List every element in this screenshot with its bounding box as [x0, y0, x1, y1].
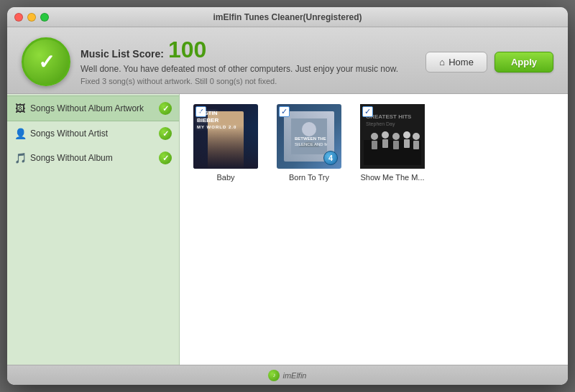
svg-rect-9 [372, 141, 377, 149]
footer-logo-icon: ♪ [268, 370, 280, 381]
close-button[interactable] [14, 13, 23, 22]
apply-button[interactable]: Apply [494, 52, 553, 73]
footer-logo-text: imElfin [282, 371, 306, 380]
sidebar-check-album: ✓ [159, 151, 172, 164]
svg-rect-15 [404, 139, 410, 148]
bieber-text: JUSTINBIEBERMY WORLD 2.0 [197, 110, 236, 131]
sidebar-item-songs-without-artwork[interactable]: 🖼 Songs Without Album Artwork ✓ [7, 95, 179, 121]
apply-button-label: Apply [511, 57, 537, 67]
sidebar-check-artwork: ✓ [159, 102, 172, 115]
sidebar-label-album: Songs Without Album [30, 153, 155, 163]
header-buttons: ⌂ Home Apply [426, 52, 553, 73]
score-value: 100 [168, 38, 206, 61]
album-cover-wrap-show: GREATEST HITS Stephen Day [360, 104, 425, 169]
home-button[interactable]: ⌂ Home [426, 52, 487, 73]
album-item-born-to-try: BETWEEN THE SILENCE AND ME ✓ 4 Born To T… [273, 104, 345, 182]
sidebar-check-artist: ✓ [159, 127, 172, 140]
artist-icon: 👤 [14, 128, 26, 139]
sidebar-item-songs-without-artist[interactable]: 👤 Songs Without Artist ✓ [7, 121, 179, 146]
sidebar-label-artwork: Songs Without Album Artwork [30, 103, 155, 113]
home-button-label: Home [448, 57, 474, 67]
sidebar-item-songs-without-album[interactable]: 🎵 Songs Without Album ✓ [7, 146, 179, 170]
maximize-button[interactable] [40, 13, 49, 22]
score-description: Well done. You have defeated most of oth… [80, 64, 415, 74]
svg-rect-17 [413, 141, 419, 149]
svg-point-10 [382, 131, 389, 139]
album-checkbox-show[interactable]: ✓ [362, 106, 373, 117]
svg-text:Stephen Day: Stephen Day [366, 121, 395, 127]
album-title-show: Show Me The M... [360, 173, 424, 182]
svg-rect-11 [382, 139, 388, 148]
content-area: JUSTINBIEBERMY WORLD 2.0 ✓ Baby [180, 94, 568, 365]
main-content: 🖼 Songs Without Album Artwork ✓ 👤 Songs … [7, 94, 568, 365]
titlebar: imElfin Tunes Cleaner(Unregistered) [7, 7, 568, 27]
album-title-baby: Baby [216, 173, 234, 182]
window-controls [14, 13, 49, 22]
album-title-born: Born To Try [289, 173, 329, 182]
minimize-button[interactable] [27, 13, 36, 22]
svg-point-14 [403, 131, 410, 139]
score-icon: ✓ [22, 37, 70, 86]
svg-point-8 [371, 133, 378, 140]
header-panel: ✓ Music List Score: 100 Well done. You h… [7, 27, 568, 94]
album-cover-wrap-born: BETWEEN THE SILENCE AND ME ✓ 4 [277, 104, 341, 169]
born-cover-svg: BETWEEN THE SILENCE AND ME [291, 118, 327, 154]
score-fixed-note: Fixed 3 song(s) without artwork. Still 0… [80, 77, 415, 85]
svg-text:SILENCE AND ME: SILENCE AND ME [295, 142, 327, 146]
svg-rect-13 [393, 141, 399, 149]
album-icon: 🎵 [14, 152, 26, 164]
sidebar: 🖼 Songs Without Album Artwork ✓ 👤 Songs … [7, 94, 180, 365]
album-checkbox-born[interactable]: ✓ [279, 106, 290, 117]
svg-text:BETWEEN THE: BETWEEN THE [295, 136, 326, 141]
sidebar-label-artist: Songs Without Artist [30, 129, 155, 139]
svg-point-16 [413, 133, 420, 140]
score-checkmark: ✓ [38, 50, 55, 74]
footer: ♪ imElfin [7, 365, 568, 385]
footer-logo: ♪ imElfin [268, 370, 306, 381]
album-badge-born: 4 [323, 151, 338, 165]
album-cover-baby: JUSTINBIEBERMY WORLD 2.0 [193, 104, 258, 169]
score-line: Music List Score: 100 [80, 38, 415, 61]
album-cover-wrap-baby: JUSTINBIEBERMY WORLD 2.0 ✓ [193, 104, 258, 169]
window-title: imElfin Tunes Cleaner(Unregistered) [213, 12, 362, 22]
svg-point-12 [392, 133, 400, 140]
home-icon: ⌂ [439, 57, 445, 67]
artwork-icon: 🖼 [14, 103, 26, 114]
header-content: Music List Score: 100 Well done. You hav… [80, 38, 415, 85]
svg-point-1 [302, 122, 316, 136]
album-item-show-me: GREATEST HITS Stephen Day [356, 104, 428, 182]
main-window: imElfin Tunes Cleaner(Unregistered) ✓ Mu… [7, 7, 568, 385]
album-item-baby: JUSTINBIEBERMY WORLD 2.0 ✓ Baby [190, 104, 262, 182]
score-label: Music List Score: [80, 48, 164, 60]
